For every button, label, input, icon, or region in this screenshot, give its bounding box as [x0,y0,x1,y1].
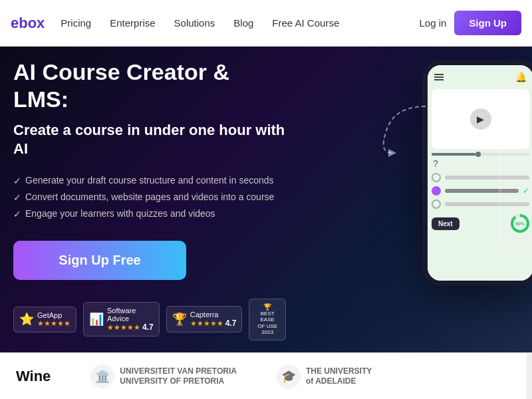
phone-next-button[interactable]: Next [432,217,460,230]
nav-signup-button[interactable]: Sign Up [454,11,521,35]
nav-link-pricing[interactable]: Pricing [61,17,91,29]
badges: ⭐ GetApp ★★★★★ 📊 Software Advice ★★★★★ 4… [13,299,286,340]
badge-getapp: ⭐ GetApp ★★★★★ [13,307,76,332]
nav-links: Pricing Enterprise Solutions Blog Free A… [61,17,419,29]
hero-title: AI Course Creator & LMS: [13,59,286,113]
pretoria-logo-icon: 🏛️ [90,364,114,388]
trust-logo-pretoria: 🏛️ UNIVERSITEIT VAN PRETORIAUNIVERSITY O… [90,364,237,388]
software-advice-rating: 4.7 [142,323,154,332]
hero-right: 🔔 ▶ ? [422,60,532,286]
getapp-stars: ★★★★★ [37,319,70,328]
software-advice-label: Software Advice [107,307,154,323]
nav-login-link[interactable]: Log in [419,17,446,29]
hero-section: AI Course Creator & LMS: Create a course… [0,47,532,352]
capterra-stars: ★★★★★ [190,319,223,328]
capterra-rating: 4.7 [225,319,237,328]
badge-software-advice-text: Software Advice ★★★★★ 4.7 [107,307,154,332]
badge-capterra-best: 🏆 BEST EASEOF USE 2023 [249,299,286,340]
nav-link-free-course[interactable]: Free AI Course [272,17,339,29]
quiz-radio-3 [432,200,441,209]
trust-logo-adelaide: 🎓 THE UNIVERSITYof ADELAIDE [277,364,372,388]
play-button-icon: ▶ [470,108,491,130]
capterra-icon: 🏆 [172,312,187,327]
nav-logo[interactable]: ebox [11,15,45,32]
hero-bullets: Generate your draft course structure and… [13,175,286,219]
hero-subtitle: Create a course in under one hour with A… [13,121,286,159]
getapp-label: GetApp [37,311,70,319]
nav-link-enterprise[interactable]: Enterprise [110,17,155,29]
nav-link-blog[interactable]: Blog [233,17,253,29]
software-advice-stars: ★★★★★ [107,323,140,332]
hero-bullet-3: Engage your learners with quizzes and vi… [13,208,286,219]
adelaide-logo-text: THE UNIVERSITYof ADELAIDE [306,366,372,386]
trust-word: Wine [16,368,51,385]
pretoria-logo-text: UNIVERSITEIT VAN PRETORIAUNIVERSITY OF P… [120,366,237,386]
quiz-radio-1 [432,173,441,182]
trust-strip: Wine 🏛️ UNIVERSITEIT VAN PRETORIAUNIVERS… [0,352,532,399]
adelaide-logo-icon: 🎓 [277,364,301,388]
phone-topbar: 🔔 [432,70,529,86]
hero-left: AI Course Creator & LMS: Create a course… [0,47,306,352]
getapp-icon: ⭐ [19,312,34,327]
phone-partial-line-3 [507,138,532,142]
phone-partial-mockup [499,113,532,246]
phone-partial-line-1 [507,122,532,126]
software-advice-icon: 📊 [89,312,104,327]
phone-menu-icon [434,74,444,80]
phone-progress-fill [432,153,475,156]
quiz-radio-2 [432,186,441,196]
capterra-label: Capterra [190,311,237,319]
phone-partial-content [501,116,532,153]
cta-signup-button[interactable]: Sign Up Free [13,241,186,280]
nav-link-solutions[interactable]: Solutions [174,17,215,29]
nav-right: Log in Sign Up [419,11,521,35]
badge-capterra: 🏆 Capterra ★★★★★ 4.7 [166,306,243,332]
capterra-best-icon: 🏆 [263,303,271,311]
phone-bell-icon: 🔔 [515,72,527,82]
phone-progress-dot [475,152,481,157]
phone-partial-line-2 [507,130,532,134]
badge-software-advice: 📊 Software Advice ★★★★★ 4.7 [83,302,160,336]
dashed-arrow-icon [372,100,432,160]
badge-getapp-text: GetApp ★★★★★ [37,311,70,328]
capterra-best-text: BEST EASEOF USE 2023 [255,311,280,336]
hero-bullet-2: Convert documents, website pages and vid… [13,192,286,203]
badge-capterra-text: Capterra ★★★★★ 4.7 [190,311,237,328]
navbar: ebox Pricing Enterprise Solutions Blog F… [0,0,532,47]
hero-bullet-1: Generate your draft course structure and… [13,175,286,186]
